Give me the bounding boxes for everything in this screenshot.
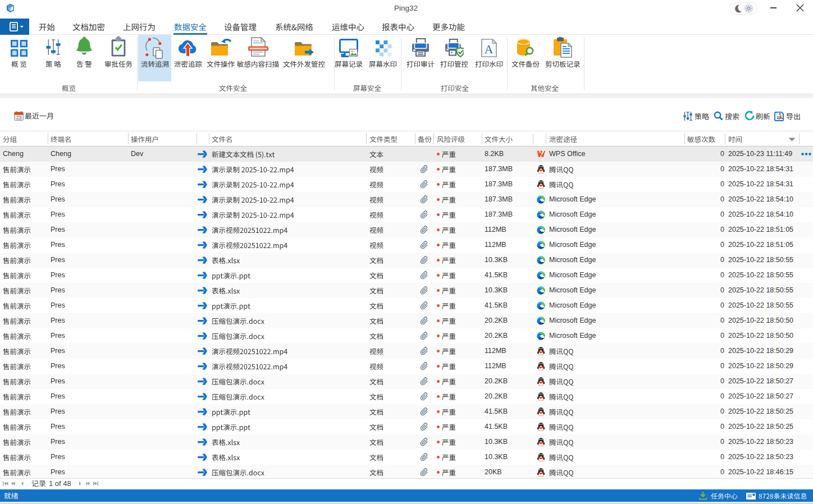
svg-text:A: A — [485, 42, 494, 56]
svg-text:23: 23 — [17, 116, 21, 120]
